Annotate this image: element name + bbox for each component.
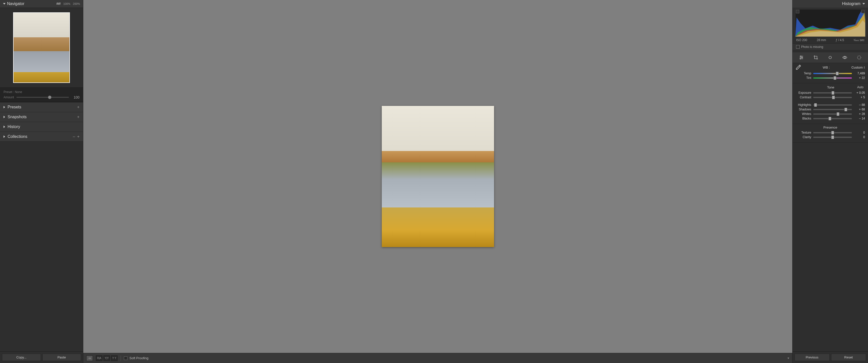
- history-section[interactable]: History: [0, 122, 83, 132]
- highlight-clipping-icon[interactable]: [861, 10, 865, 13]
- svg-point-8: [858, 56, 861, 59]
- paste-button[interactable]: Paste: [42, 354, 81, 361]
- navigator-thumbnail[interactable]: [13, 12, 70, 83]
- whites-label: Whites: [796, 112, 811, 116]
- center-area: ▭ R|A Y|Y Y Y Soft Proofing ▾: [83, 0, 792, 363]
- presence-title: Presence: [796, 126, 865, 129]
- amount-value: 100: [71, 95, 80, 99]
- missing-label: Photo is missing: [801, 45, 823, 48]
- shadows-value[interactable]: + 68: [854, 108, 865, 111]
- navigator-title: Navigator: [7, 1, 24, 6]
- tint-slider[interactable]: [813, 77, 852, 79]
- toolbar-menu-icon[interactable]: ▾: [787, 356, 789, 360]
- redeye-icon[interactable]: [840, 54, 850, 61]
- contrast-value[interactable]: + 5: [854, 96, 865, 99]
- expand-icon: [3, 126, 5, 128]
- warning-icon: [796, 45, 800, 48]
- add-icon[interactable]: +: [77, 115, 80, 119]
- highlights-slider[interactable]: [813, 104, 852, 106]
- collections-section[interactable]: Collections –+: [0, 132, 83, 142]
- amount-slider[interactable]: [17, 97, 69, 98]
- main-photo[interactable]: [382, 106, 494, 247]
- amount-label: Amount: [3, 96, 14, 99]
- eyedropper-icon[interactable]: [796, 65, 801, 70]
- presence-section: Presence Texture0 Clarity0: [793, 124, 868, 143]
- crop-icon[interactable]: [811, 54, 821, 61]
- collapse-icon[interactable]: [3, 3, 5, 4]
- exposure-label: Exposure: [796, 91, 811, 95]
- svg-point-3: [800, 56, 801, 57]
- wb-label: WB :: [823, 66, 830, 69]
- expand-icon: [3, 106, 5, 108]
- add-icon[interactable]: +: [77, 134, 80, 139]
- shadows-slider[interactable]: [813, 109, 852, 110]
- histogram-display[interactable]: [795, 9, 866, 37]
- temp-value[interactable]: 7,489: [854, 72, 865, 75]
- zoom-fit[interactable]: FIT: [57, 2, 61, 5]
- clarity-slider[interactable]: [813, 137, 852, 138]
- texture-label: Texture: [796, 131, 811, 134]
- tone-section: Tone Auto Exposure+ 0.05 Contrast+ 5 Hig…: [793, 84, 868, 124]
- histogram-header: Histogram: [793, 0, 868, 7]
- right-panel: Histogram ISO 200 28 mm ƒ / 4.5 ¹⁄₄₀₀ se…: [792, 0, 868, 363]
- before-after-split-button[interactable]: Y|Y: [103, 356, 110, 361]
- bottom-toolbar: ▭ R|A Y|Y Y Y Soft Proofing ▾: [83, 353, 792, 363]
- expand-icon: [3, 116, 5, 118]
- expand-icon: [3, 135, 5, 138]
- svg-point-4: [802, 57, 802, 58]
- masking-icon[interactable]: [854, 54, 864, 61]
- exposure-value[interactable]: + 0.05: [854, 91, 865, 95]
- navigator-thumbnail-wrap: [0, 8, 83, 88]
- navigator-header: Navigator FIT 100% 200%: [0, 0, 83, 8]
- contrast-slider[interactable]: [813, 97, 852, 98]
- temp-slider[interactable]: [813, 73, 852, 74]
- clarity-label: Clarity: [796, 135, 811, 139]
- presets-section[interactable]: Presets +: [0, 102, 83, 112]
- texture-value[interactable]: 0: [854, 131, 865, 134]
- exif-aperture: ƒ / 4.5: [836, 38, 844, 42]
- collapse-icon[interactable]: [863, 3, 865, 4]
- add-icon[interactable]: +: [77, 105, 80, 109]
- whites-value[interactable]: + 28: [854, 112, 865, 116]
- zoom-200[interactable]: 200%: [73, 2, 80, 5]
- white-balance-section: WB : Custom▴▾ Temp 7,489 Tint + 22: [793, 63, 868, 84]
- exposure-slider[interactable]: [813, 92, 852, 94]
- wb-mode-select[interactable]: Custom▴▾: [851, 66, 865, 69]
- previous-button[interactable]: Previous: [795, 354, 830, 361]
- remove-icon[interactable]: –: [73, 134, 75, 139]
- snapshots-section[interactable]: Snapshots +: [0, 112, 83, 122]
- exif-shutter: ¹⁄₄₀₀ sec: [854, 38, 865, 42]
- blacks-slider[interactable]: [813, 118, 852, 119]
- before-after-ra-button[interactable]: R|A: [96, 356, 102, 361]
- svg-point-5: [800, 58, 801, 59]
- edit-sliders-icon[interactable]: [796, 54, 806, 61]
- contrast-label: Contrast: [796, 96, 811, 99]
- tint-label: Tint: [796, 76, 811, 80]
- soft-proofing-label: Soft Proofing: [129, 356, 148, 360]
- before-after-yy-button[interactable]: Y Y: [111, 356, 118, 361]
- loupe-view-button[interactable]: ▭: [86, 356, 93, 361]
- left-panel: Navigator FIT 100% 200% Preset : None Am…: [0, 0, 83, 363]
- healing-icon[interactable]: [825, 54, 835, 61]
- copy-button[interactable]: Copy...: [2, 354, 41, 361]
- shadows-label: Shadows: [796, 108, 811, 111]
- clarity-value[interactable]: 0: [854, 135, 865, 139]
- histogram-title: Histogram: [842, 1, 861, 6]
- zoom-100[interactable]: 100%: [63, 2, 70, 5]
- svg-rect-6: [828, 56, 832, 59]
- tint-value[interactable]: + 22: [854, 76, 865, 80]
- canvas[interactable]: [83, 0, 792, 353]
- exif-row: ISO 200 28 mm ƒ / 4.5 ¹⁄₄₀₀ sec: [793, 38, 868, 43]
- tone-title: Tone: [806, 86, 856, 89]
- soft-proofing-checkbox[interactable]: [124, 357, 127, 360]
- whites-slider[interactable]: [813, 113, 852, 115]
- temp-label: Temp: [796, 72, 811, 75]
- shadow-clipping-icon[interactable]: [796, 10, 799, 13]
- preset-label: Preset : None: [3, 90, 80, 94]
- auto-tone-button[interactable]: Auto: [856, 85, 865, 90]
- exif-iso: ISO 200: [796, 38, 807, 42]
- texture-slider[interactable]: [813, 132, 852, 133]
- reset-button[interactable]: Reset: [831, 354, 866, 361]
- blacks-value[interactable]: – 14: [854, 117, 865, 120]
- highlights-value[interactable]: – 88: [854, 103, 865, 107]
